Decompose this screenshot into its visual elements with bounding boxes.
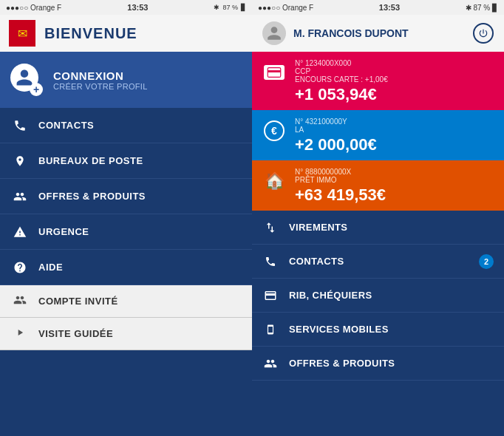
- la-number: N° 432100000Y: [295, 117, 494, 126]
- play-icon: [12, 327, 28, 341]
- connexion-banner[interactable]: + CONNEXION CRÉER VOTRE PROFIL: [0, 52, 252, 108]
- left-panel: ●●●○○ Orange F 13:53 ✱ 87 % ▊ BIENVENUE …: [0, 0, 252, 436]
- virements-label: VIREMENTS: [289, 222, 494, 233]
- connexion-text: CONNEXION CRÉER VOTRE PROFIL: [53, 69, 148, 91]
- menu-item-offres[interactable]: OFFRES & PRODUITS: [0, 179, 252, 214]
- right-battery-icon: ▊: [492, 4, 498, 12]
- connexion-sub-label: CRÉER VOTRE PROFIL: [53, 82, 148, 91]
- right-carrier: ●●●○○ Orange F: [258, 4, 313, 12]
- logo-envelope-icon: [12, 23, 33, 44]
- urgence-menu-label: URGENCE: [38, 226, 89, 237]
- offres-menu-label: OFFRES & PRODUITS: [38, 191, 146, 202]
- account-card-la[interactable]: € N° 432100000Y LA +2 000,00€: [252, 110, 504, 160]
- right-contacts-label: CONTACTS: [289, 256, 469, 267]
- credit-card-icon: [262, 61, 286, 84]
- connexion-label: CONNEXION: [53, 69, 148, 82]
- right-menu-virements[interactable]: VIREMENTS: [252, 211, 504, 245]
- account-card-ccp[interactable]: N° 1234000X000 CCP ENCOURS CARTE : +1,00…: [252, 52, 504, 110]
- left-time: 13:53: [127, 3, 148, 12]
- services-mobiles-label: SERVICES MOBILES: [289, 324, 494, 335]
- left-battery-area: ✱ 87 % ▊: [214, 4, 246, 11]
- account-icon: [12, 293, 28, 310]
- right-phone-icon: [262, 253, 279, 270]
- avatar-icon: [266, 25, 282, 41]
- right-offers-icon: [262, 355, 279, 372]
- euro-circle-icon: €: [264, 120, 285, 141]
- immo-number: N° 8880000000X: [295, 168, 494, 176]
- logout-button[interactable]: [473, 23, 494, 44]
- menu-item-contacts[interactable]: CONTACTS: [0, 108, 252, 143]
- euro-icon: €: [262, 119, 286, 143]
- offers-icon: [12, 188, 28, 205]
- help-icon: [12, 259, 28, 276]
- house-icon: 🏠: [265, 171, 285, 191]
- ccp-amount: +1 053,94€: [295, 85, 494, 104]
- immo-type: PRÊT IMMO: [295, 176, 494, 184]
- right-bluetooth-icon: ✱: [466, 4, 471, 12]
- right-status-bar: ●●●○○ Orange F 13:53 ✱ 87 % ▊: [252, 0, 504, 15]
- power-icon: [478, 28, 488, 38]
- menu-item-visite-guidee[interactable]: VISITE GUIDÉE: [0, 318, 252, 350]
- rib-label: RIB, CHÉQUIERS: [289, 290, 494, 301]
- user-avatar: [262, 21, 286, 45]
- home-icon: 🏠: [262, 169, 286, 193]
- username-label: M. FRANCOIS DUPONT: [293, 27, 409, 39]
- phone-icon: [12, 117, 28, 134]
- left-battery-icon: ▊: [241, 4, 246, 11]
- ccp-type: CCP: [295, 67, 494, 75]
- card-svg-icon: [267, 67, 282, 78]
- left-status-bar: ●●●○○ Orange F 13:53 ✱ 87 % ▊: [0, 0, 252, 15]
- rib-icon: [262, 287, 279, 304]
- bureaux-menu-label: BUREAUX DE POSTE: [38, 155, 143, 166]
- right-menu-services-mobiles[interactable]: SERVICES MOBILES: [252, 313, 504, 347]
- menu-item-urgence[interactable]: URGENCE: [0, 214, 252, 250]
- immo-info: N° 8880000000X PRÊT IMMO +63 419,53€: [295, 168, 494, 205]
- transfers-icon: [262, 219, 279, 236]
- aide-menu-label: AIDE: [38, 262, 63, 273]
- app-header: BIENVENUE: [0, 15, 252, 52]
- plus-badge-icon: +: [30, 83, 43, 96]
- user-add-icon: +: [10, 64, 43, 96]
- location-icon: [12, 153, 28, 169]
- left-carrier: ●●●○○ Orange F: [6, 4, 61, 12]
- right-menu-list: VIREMENTS CONTACTS 2 RIB, CHÉQUIERS SERV…: [252, 211, 504, 436]
- warning-icon: [12, 224, 28, 240]
- la-type: LA: [295, 126, 494, 134]
- user-info: M. FRANCOIS DUPONT: [262, 21, 409, 45]
- immo-amount: +63 419,53€: [295, 185, 494, 205]
- menu-item-compte-invite[interactable]: COMPTE INVITÉ: [0, 285, 252, 318]
- app-title: BIENVENUE: [44, 25, 137, 42]
- ccp-info: N° 1234000X000 CCP ENCOURS CARTE : +1,00…: [295, 59, 494, 104]
- contacts-badge: 2: [479, 254, 494, 269]
- card-icon: [264, 65, 285, 80]
- app-logo: [9, 20, 35, 47]
- menu-item-bureaux[interactable]: BUREAUX DE POSTE: [0, 143, 252, 179]
- svg-rect-1: [268, 70, 281, 72]
- right-panel: ●●●○○ Orange F 13:53 ✱ 87 % ▊ M. FRANCOI…: [252, 0, 504, 436]
- right-menu-rib[interactable]: RIB, CHÉQUIERS: [252, 279, 504, 313]
- left-menu-list: CONTACTS BUREAUX DE POSTE OFFRES & PRODU…: [0, 108, 252, 436]
- right-header: M. FRANCOIS DUPONT: [252, 15, 504, 52]
- left-battery: 87 %: [222, 4, 238, 11]
- ccp-number: N° 1234000X000: [295, 59, 494, 67]
- ccp-extra: ENCOURS CARTE : +1,00€: [295, 75, 494, 84]
- compte-invite-label: COMPTE INVITÉ: [38, 296, 118, 307]
- la-amount: +2 000,00€: [295, 135, 494, 154]
- mobile-icon: [262, 321, 279, 338]
- visite-guidee-label: VISITE GUIDÉE: [38, 328, 113, 339]
- account-card-immo[interactable]: 🏠 N° 8880000000X PRÊT IMMO +63 419,53€: [252, 160, 504, 211]
- contacts-menu-label: CONTACTS: [38, 120, 94, 131]
- menu-item-aide[interactable]: AIDE: [0, 250, 252, 285]
- right-battery-area: ✱ 87 % ▊: [466, 4, 498, 12]
- right-menu-contacts[interactable]: CONTACTS 2: [252, 245, 504, 279]
- right-menu-offres[interactable]: OFFRES & PRODUITS: [252, 347, 504, 381]
- left-bluetooth-icon: ✱: [214, 4, 219, 11]
- right-offres-label: OFFRES & PRODUITS: [289, 358, 494, 369]
- la-info: N° 432100000Y LA +2 000,00€: [295, 117, 494, 154]
- right-battery: 87 %: [473, 4, 490, 12]
- right-time: 13:53: [379, 3, 400, 12]
